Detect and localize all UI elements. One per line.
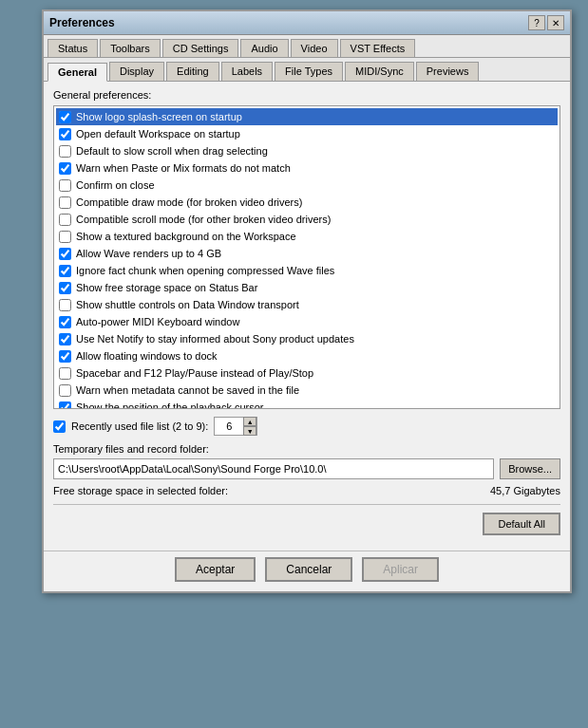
tab-audio[interactable]: Audio: [240, 39, 288, 57]
list-label-1: Show logo splash-screen on startup: [76, 111, 242, 122]
list-item: Auto-power MIDI Keyboard window: [56, 313, 558, 330]
list-label-12: Show shuttle controls on Data Window tra…: [76, 299, 299, 310]
list-checkbox-4[interactable]: [59, 162, 71, 175]
list-label-13: Auto-power MIDI Keyboard window: [76, 316, 239, 327]
list-item: Show the position of the playback cursor: [56, 399, 558, 409]
list-item: Confirm on close: [56, 177, 558, 194]
title-bar-buttons: ? ✕: [528, 15, 564, 30]
list-checkbox-8[interactable]: [59, 231, 71, 243]
tab-status[interactable]: Status: [47, 39, 98, 57]
list-checkbox-11[interactable]: [59, 282, 71, 294]
temp-folder-label: Temporary files and record folder:: [53, 443, 560, 455]
list-checkbox-12[interactable]: [59, 299, 71, 311]
recent-files-value[interactable]: [215, 418, 243, 435]
bottom-section: Recently used file list (2 to 9): ▲ ▼ Te…: [53, 417, 560, 535]
aplicar-button[interactable]: Aplicar: [362, 557, 439, 582]
list-item: Open default Workspace on startup: [56, 125, 558, 142]
list-checkbox-14[interactable]: [59, 333, 71, 345]
list-item: Compatible scroll mode (for other broken…: [56, 211, 558, 228]
list-label-4: Warn when Paste or Mix formats do not ma…: [76, 162, 291, 174]
content-area: General preferences: Show logo splash-sc…: [44, 82, 570, 551]
list-checkbox-1[interactable]: [59, 111, 71, 123]
list-label-15: Allow floating windows to dock: [76, 350, 218, 362]
default-all-button[interactable]: Default All: [483, 513, 560, 535]
list-checkbox-2[interactable]: [59, 128, 71, 140]
list-item: Ignore fact chunk when opening compresse…: [56, 262, 558, 279]
tab-labels[interactable]: Labels: [221, 62, 273, 81]
list-label-6: Compatible draw mode (for broken video d…: [76, 196, 302, 208]
list-checkbox-15[interactable]: [59, 350, 71, 363]
list-checkbox-5[interactable]: [59, 179, 71, 192]
list-label-16: Spacebar and F12 Play/Pause instead of P…: [76, 367, 313, 379]
list-checkbox-18[interactable]: [59, 401, 71, 410]
divider: [53, 504, 560, 505]
tab-general[interactable]: General: [47, 63, 107, 82]
window-title: Preferences: [49, 16, 115, 29]
list-label-7: Compatible scroll mode (for other broken…: [76, 214, 331, 225]
list-label-8: Show a textured background on the Worksp…: [76, 231, 296, 242]
recent-files-row: Recently used file list (2 to 9): ▲ ▼: [53, 417, 560, 436]
action-buttons: Aceptar Cancelar Aplicar: [44, 551, 570, 591]
list-checkbox-6[interactable]: [59, 196, 71, 209]
list-checkbox-3[interactable]: [59, 145, 71, 158]
tab-file-types[interactable]: File Types: [275, 62, 343, 81]
cancelar-button[interactable]: Cancelar: [265, 557, 352, 582]
list-label-5: Confirm on close: [76, 179, 155, 191]
path-row: Browse...: [53, 458, 560, 479]
title-bar: Preferences ? ✕: [44, 11, 570, 35]
spinner-up-button[interactable]: ▲: [243, 417, 256, 426]
list-item: Show a textured background on the Worksp…: [56, 228, 558, 245]
recent-files-label: Recently used file list (2 to 9):: [71, 420, 208, 432]
storage-label: Free storage space in selected folder:: [53, 485, 228, 496]
list-item: Warn when Paste or Mix formats do not ma…: [56, 159, 558, 177]
list-label-3: Default to slow scroll when drag selecti…: [76, 145, 268, 157]
section-label: General preferences:: [53, 89, 560, 101]
help-button[interactable]: ?: [528, 15, 545, 30]
browse-button[interactable]: Browse...: [500, 458, 560, 479]
list-item: Spacebar and F12 Play/Pause instead of P…: [56, 364, 558, 382]
tab-display[interactable]: Display: [109, 62, 164, 81]
checkbox-list: Show logo splash-screen on startupOpen d…: [53, 105, 560, 409]
list-label-10: Ignore fact chunk when opening compresse…: [76, 265, 334, 276]
list-item: Show free storage space on Status Bar: [56, 279, 558, 296]
recent-files-checkbox[interactable]: [53, 420, 66, 433]
list-item: Default to slow scroll when drag selecti…: [56, 142, 558, 159]
list-checkbox-10[interactable]: [59, 265, 71, 277]
list-label-18: Show the position of the playback cursor: [76, 401, 264, 409]
list-item: Allow floating windows to dock: [56, 347, 558, 364]
list-item: Show logo splash-screen on startup: [56, 108, 558, 125]
list-label-11: Show free storage space on Status Bar: [76, 282, 257, 293]
list-item: Compatible draw mode (for broken video d…: [56, 194, 558, 211]
spinner-buttons: ▲ ▼: [243, 417, 256, 436]
preferences-window: Preferences ? ✕ Status Toolbars CD Setti…: [42, 9, 572, 593]
tabs-row2: General Display Editing Labels File Type…: [44, 58, 570, 82]
list-label-9: Allow Wave renders up to 4 GB: [76, 248, 221, 259]
path-input[interactable]: [53, 458, 494, 479]
spinner-down-button[interactable]: ▼: [243, 426, 256, 436]
tabs-row1: Status Toolbars CD Settings Audio Video …: [44, 35, 570, 58]
close-button[interactable]: ✕: [547, 15, 564, 30]
list-checkbox-7[interactable]: [59, 214, 71, 226]
list-checkbox-9[interactable]: [59, 248, 71, 260]
recent-files-spinner: ▲ ▼: [214, 417, 257, 436]
list-label-14: Use Net Notify to stay informed about So…: [76, 333, 354, 345]
list-item: Show shuttle controls on Data Window tra…: [56, 296, 558, 313]
list-label-17: Warn when metadata cannot be saved in th…: [76, 384, 299, 396]
storage-info: Free storage space in selected folder: 4…: [53, 485, 560, 496]
tab-toolbars[interactable]: Toolbars: [100, 39, 161, 57]
list-label-2: Open default Workspace on startup: [76, 128, 240, 140]
list-checkbox-13[interactable]: [59, 316, 71, 328]
tab-vst-effects[interactable]: VST Effects: [340, 39, 416, 57]
list-checkbox-17[interactable]: [59, 384, 71, 397]
aceptar-button[interactable]: Aceptar: [175, 557, 256, 582]
tab-video[interactable]: Video: [291, 39, 338, 57]
tab-editing[interactable]: Editing: [166, 62, 219, 81]
default-all-row: Default All: [53, 513, 560, 535]
tab-previews[interactable]: Previews: [416, 62, 480, 81]
tab-cd-settings[interactable]: CD Settings: [162, 39, 239, 57]
storage-value: 45,7 Gigabytes: [490, 485, 560, 496]
tab-midi-sync[interactable]: MIDI/Sync: [345, 62, 414, 81]
list-checkbox-16[interactable]: [59, 367, 71, 380]
list-item: Allow Wave renders up to 4 GB: [56, 245, 558, 262]
list-item: Warn when metadata cannot be saved in th…: [56, 382, 558, 399]
